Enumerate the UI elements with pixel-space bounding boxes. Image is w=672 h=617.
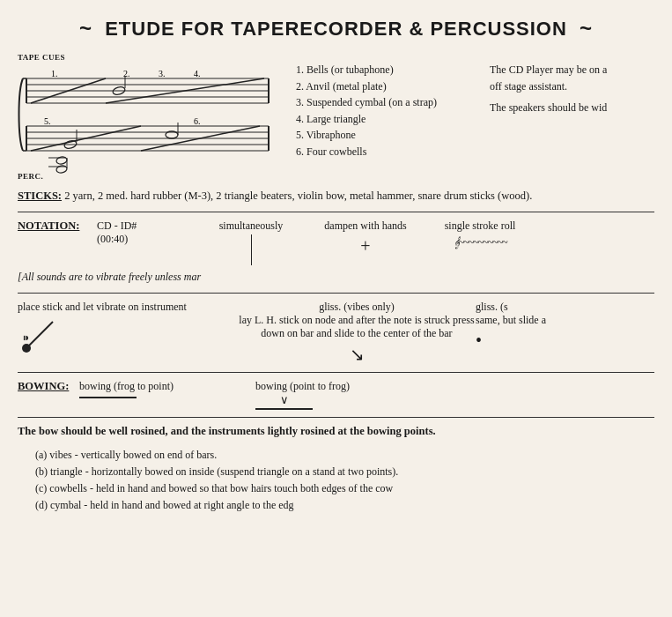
gliss-center-sub1: lay L. H. stick on node and after the no… <box>238 314 476 327</box>
bowing-label: BOWING: <box>18 380 79 393</box>
dot-symbol: • <box>476 331 546 351</box>
stick-symbol-svg: ⁍ <box>18 317 62 353</box>
gliss-center-label: gliss. (vibes only) <box>238 301 476 314</box>
tilde-left: ~ <box>79 16 92 40</box>
sticks-label: STICKS: <box>18 190 62 202</box>
vibrate-note: [All sounds are to vibrate freely unless… <box>18 271 654 284</box>
page: ~ ETUDE FOR TAPERECORDER & PERCUSSION ~ … <box>0 0 672 617</box>
divider-3 <box>18 372 654 373</box>
bowing-line-1 <box>79 397 137 398</box>
instrument-item-2: 2. Anvil (metal plate) <box>296 78 472 95</box>
bow-note: The bow should be well rosined, and the … <box>18 425 654 438</box>
cd-player-line1: The CD Player may be on a <box>490 62 654 78</box>
gliss-center-sub2: down on bar and slide to the center of t… <box>238 327 476 340</box>
instruction-b: (b) triangle - horizontally bowed on ins… <box>18 464 654 480</box>
gliss-center: gliss. (vibes only) lay L. H. stick on n… <box>238 301 476 365</box>
vertical-line <box>251 234 252 265</box>
gliss-section: place stick and let vibrate on instrumen… <box>18 301 654 365</box>
instruction-d: (d) cymbal - held in hand and bowed at r… <box>18 497 654 514</box>
cd-player-note: The CD Player may be on a off stage assi… <box>490 53 654 116</box>
notation-section: NOTATION: CD - ID# (00:40) simultaneousl… <box>18 219 654 284</box>
gliss-right-sub1: same, but slide a <box>476 314 546 327</box>
instruction-c: (c) cowbells - held in hand and bowed so… <box>18 480 654 497</box>
arrow-symbol: ↘ <box>238 344 476 365</box>
bowing-item-1: bowing (frog to point) <box>79 380 255 398</box>
bowing-section: BOWING: bowing (frog to point) bowing (p… <box>18 380 654 410</box>
svg-line-37 <box>26 322 53 348</box>
cd-player-line2: off stage assistant. <box>490 78 654 95</box>
gliss-left: place stick and let vibrate on instrumen… <box>18 301 238 353</box>
instrument-item-4: 4. Large triangle <box>296 111 472 128</box>
instrument-item-5: 5. Vibraphone <box>296 127 472 144</box>
simultaneously-label: simultaneously <box>219 219 284 233</box>
divider-2 <box>18 293 654 294</box>
svg-text:5.: 5. <box>44 116 51 126</box>
tilde-right: ~ <box>580 16 593 40</box>
instrument-item-1: 1. Bells (or tubaphone) <box>296 62 472 78</box>
divider-1 <box>18 212 654 212</box>
score-svg: 1. 2. 3. 4. <box>18 63 273 177</box>
svg-text:⁍: ⁍ <box>22 330 30 347</box>
gliss-right: gliss. (s same, but slide a • <box>476 301 546 351</box>
svg-text:1.: 1. <box>51 69 58 78</box>
title-main: ETUDE FOR TAPERECORDER & PERCUSSION <box>105 18 567 40</box>
svg-text:3.: 3. <box>159 69 166 78</box>
score-staves-area: TAPE CUES 1. 2. 3. 4. <box>18 53 282 181</box>
instrument-item-3: 3. Suspended cymbal (on a strap) <box>296 94 472 111</box>
speakers-text: The speakers should be wid <box>490 101 607 114</box>
sticks-section: STICKS: 2 yarn, 2 med. hard rubber (M-3)… <box>18 188 654 204</box>
bowing-item2-label: bowing (point to frog) <box>255 380 432 393</box>
cd-id-label: CD - ID# <box>97 219 194 233</box>
notation-simultaneously: simultaneously <box>194 219 308 265</box>
wavy-symbol: 𝄞~~~~~~~~~~ <box>454 236 507 249</box>
cd-id-sublabel: (00:40) <box>97 233 194 246</box>
bowing-v-symbol: ∨ <box>280 393 289 407</box>
notation-single-stroke: single stroke roll 𝄞~~~~~~~~~~ <box>423 219 537 249</box>
bowing-item-2: bowing (point to frog) ∨ <box>255 380 432 410</box>
svg-text:2.: 2. <box>123 69 130 78</box>
svg-text:4.: 4. <box>194 69 201 78</box>
notation-cd-id: CD - ID# (00:40) <box>97 219 194 246</box>
speakers-note: The speakers should be wid <box>490 100 654 116</box>
tape-cues-label: TAPE CUES <box>18 53 282 62</box>
bowing-item1-label: bowing (frog to point) <box>79 380 255 393</box>
single-stroke-label: single stroke roll <box>445 219 516 233</box>
instruction-a: (a) vibes - vertically bowed on end of b… <box>18 447 654 464</box>
gliss-left-label: place stick and let vibrate on instrumen… <box>18 301 238 314</box>
gliss-right-label: gliss. (s <box>476 301 546 314</box>
instruction-list: (a) vibes - vertically bowed on end of b… <box>18 447 654 515</box>
notation-dampen: dampen with hands + <box>308 219 423 256</box>
title-section: ~ ETUDE FOR TAPERECORDER & PERCUSSION ~ <box>18 16 654 41</box>
notation-label: NOTATION: <box>18 219 97 233</box>
svg-text:6.: 6. <box>194 116 201 126</box>
instrument-item-6: 6. Four cowbells <box>296 144 472 160</box>
sticks-text: 2 yarn, 2 med. hard rubber (M-3), 2 tria… <box>64 190 532 202</box>
instrument-list: 1. Bells (or tubaphone) 2. Anvil (metal … <box>296 53 472 160</box>
dampen-symbol: + <box>360 236 370 256</box>
divider-4 <box>18 417 654 418</box>
bowing-line-2 <box>255 408 313 410</box>
dampen-label: dampen with hands <box>324 219 406 233</box>
page-title: ~ ETUDE FOR TAPERECORDER & PERCUSSION ~ <box>79 18 593 40</box>
